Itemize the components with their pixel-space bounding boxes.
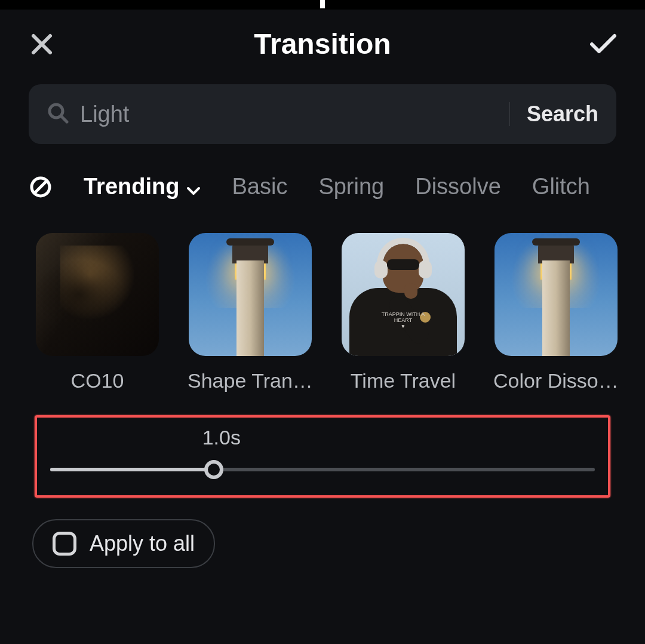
thumbnail <box>494 233 618 356</box>
transition-item-time-travel[interactable]: TRAPPIN WITH AHEART♥ Time Travel <box>342 233 465 392</box>
thumbnail <box>189 233 312 356</box>
header: Transition <box>0 10 645 72</box>
thumbnail-label: Time Travel <box>351 369 456 392</box>
checkmark-icon <box>588 32 618 56</box>
none-transition-button[interactable] <box>29 175 53 199</box>
tab-glitch[interactable]: Glitch <box>532 174 590 200</box>
slider-fill <box>50 468 214 471</box>
page-title: Transition <box>254 27 391 60</box>
svg-line-5 <box>35 181 47 193</box>
thumbnail-label: CO10 <box>71 369 124 392</box>
search-input[interactable]: Light <box>80 102 493 127</box>
transition-gallery: CO10 Shape Transit… TRAPPIN WITH AHEART♥… <box>0 200 645 392</box>
transition-item-shape[interactable]: Shape Transit… <box>188 233 313 392</box>
category-tabs: Trending Basic Spring Dissolve Glitch <box>0 144 645 200</box>
tab-label: Trending <box>84 174 179 200</box>
divider <box>509 102 510 126</box>
transition-item-color-dissolve[interactable]: Color Dissolv… <box>493 233 619 392</box>
thumbnail-label: Color Dissolv… <box>493 369 619 392</box>
slider-handle[interactable] <box>204 460 223 479</box>
apply-row: Apply to all <box>32 519 645 568</box>
thumbnail-label: Shape Transit… <box>188 369 313 392</box>
transition-item-co10[interactable]: CO10 <box>36 233 159 392</box>
search-button[interactable]: Search <box>527 102 598 127</box>
tab-trending[interactable]: Trending <box>84 174 201 200</box>
status-bar-indicator <box>320 0 325 8</box>
thumbnail <box>36 233 159 356</box>
tab-basic[interactable]: Basic <box>232 174 287 200</box>
apply-to-all-button[interactable]: Apply to all <box>32 519 215 568</box>
duration-slider-container: 1.0s <box>35 415 610 498</box>
chevron-down-icon <box>186 175 201 200</box>
tab-spring[interactable]: Spring <box>318 174 384 200</box>
svg-line-3 <box>62 116 67 122</box>
close-icon <box>30 32 54 56</box>
none-icon <box>29 175 53 199</box>
duration-slider[interactable] <box>50 468 595 471</box>
tab-dissolve[interactable]: Dissolve <box>415 174 501 200</box>
search-bar[interactable]: Light Search <box>29 84 616 144</box>
thumbnail: TRAPPIN WITH AHEART♥ <box>342 233 465 356</box>
duration-value: 1.0s <box>202 426 241 449</box>
close-button[interactable] <box>27 29 57 59</box>
confirm-button[interactable] <box>588 29 618 59</box>
search-icon <box>47 102 69 127</box>
apply-label: Apply to all <box>90 531 195 556</box>
apply-checkbox[interactable] <box>53 532 76 556</box>
